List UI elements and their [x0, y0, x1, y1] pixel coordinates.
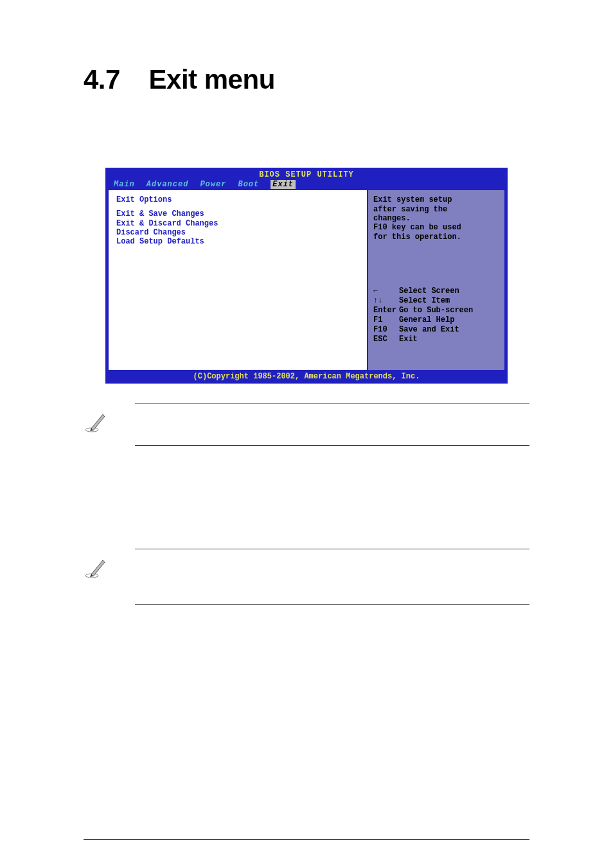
key-label: Save and Exit	[399, 325, 459, 335]
key-label: Select Item	[399, 296, 450, 306]
subheading-exit-discard: Exit & Discard Changes	[90, 620, 529, 632]
section-title: 4.7 Exit menu	[84, 64, 529, 95]
subheading-exit-save: Exit & Save Changes	[90, 461, 529, 473]
tab-main[interactable]: Main	[114, 180, 135, 189]
exit-options-heading: Exit Options	[116, 195, 359, 204]
menu-item-exit-discard[interactable]: Exit & Discard Changes	[116, 219, 359, 228]
key-f1: F1	[373, 315, 399, 325]
para-exit-save: Once you are finished making your select…	[90, 481, 529, 536]
bottom-rule	[84, 839, 529, 840]
help-line: Exit system setup	[373, 195, 502, 204]
arrow-left-icon: ←	[373, 287, 399, 296]
tab-advanced[interactable]: Advanced	[147, 180, 189, 189]
bios-footer: (C)Copyright 1985-2002, American Megatre…	[107, 371, 506, 382]
bios-key-legend: ←Select Screen ↑↓Select Item EnterGo to …	[373, 287, 502, 344]
help-line: F10 key can be used	[373, 223, 502, 232]
help-line: for this operation.	[373, 233, 502, 242]
tab-power[interactable]: Power	[200, 180, 226, 189]
section-heading-text: Exit menu	[149, 64, 275, 94]
help-line: after saving the	[373, 205, 502, 214]
menu-item-exit-save[interactable]: Exit & Save Changes	[116, 209, 359, 218]
help-line: changes.	[373, 214, 502, 223]
intro-paragraph: The Exit menu items allow you to load th…	[90, 134, 529, 161]
para-exit-discard: Select this option only if you do not wa…	[90, 639, 529, 681]
section-number: 4.7	[84, 64, 120, 94]
bios-help-panel: Exit system setup after saving the chang…	[368, 190, 506, 371]
arrow-updown-icon: ↑↓	[373, 296, 399, 306]
subheading-load-defaults: Load Setup Defaults	[90, 759, 529, 770]
key-label: General Help	[399, 315, 454, 325]
para-discard: This option allows you to discard the se…	[90, 716, 529, 743]
note-text: Pressing <Esc> does not immediately exit…	[135, 403, 529, 446]
note-pen-icon	[84, 549, 116, 583]
subheading-discard: Discard Changes	[90, 696, 529, 708]
key-esc: ESC	[373, 335, 399, 344]
menu-item-discard[interactable]: Discard Changes	[116, 228, 359, 237]
para-load-defaults: This option allows you to load the defau…	[90, 778, 529, 820]
bios-tab-bar: Main Advanced Power Boot Exit	[107, 180, 506, 190]
key-enter: Enter	[373, 306, 399, 315]
key-label: Exit	[399, 335, 418, 344]
bios-window-title: BIOS SETUP UTILITY	[107, 170, 506, 180]
key-label: Go to Sub-screen	[399, 306, 473, 315]
bios-window: BIOS SETUP UTILITY Main Advanced Power B…	[105, 168, 508, 384]
menu-item-load-defaults[interactable]: Load Setup Defaults	[116, 237, 359, 246]
key-f10: F10	[373, 325, 399, 335]
tab-boot[interactable]: Boot	[238, 180, 259, 189]
key-label: Select Screen	[399, 287, 459, 296]
note-text: If you attempt to exit the Setup program…	[135, 549, 529, 605]
note-pen-icon	[84, 403, 116, 438]
tab-exit[interactable]: Exit	[271, 180, 296, 189]
bios-main-panel: Exit Options Exit & Save Changes Exit & …	[107, 190, 368, 371]
